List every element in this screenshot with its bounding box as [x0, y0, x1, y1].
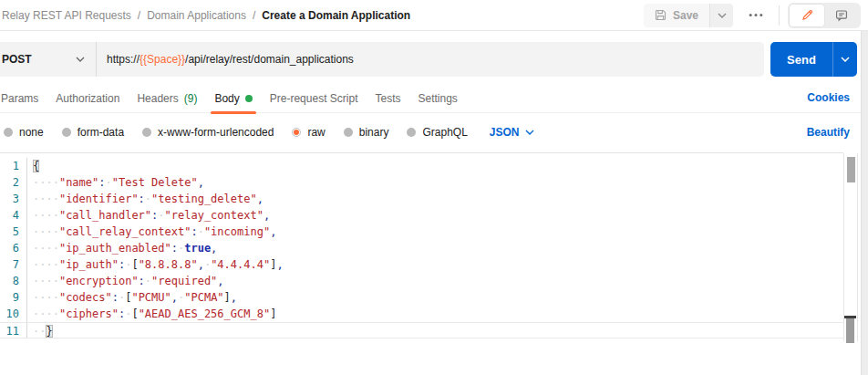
- headers-count-badge: (9): [184, 92, 198, 105]
- breadcrumb: Relay REST API Requests / Domain Applica…: [2, 9, 410, 22]
- editor-scrollbar-bottom-thumb[interactable]: [846, 318, 854, 343]
- tab-label: Params: [1, 92, 38, 105]
- radio-form-data[interactable]: form-data: [62, 126, 124, 139]
- tab-params[interactable]: Params: [1, 84, 38, 112]
- tab-label: Settings: [418, 92, 458, 105]
- page-scrollbar-strip[interactable]: [861, 31, 868, 375]
- tab-pre-request-script[interactable]: Pre-request Script: [270, 84, 358, 112]
- breadcrumb-folder[interactable]: Domain Applications: [147, 9, 246, 22]
- body-code-editor[interactable]: 1{2····"name":·"Test Delete",3····"ident…: [0, 152, 843, 339]
- radio-none[interactable]: none: [4, 126, 44, 139]
- code-line[interactable]: 6····"ip_auth_enabled":·true,: [0, 240, 843, 256]
- body-filled-dot: [245, 95, 253, 102]
- url-bar: POST https://{{Space}}/api/relay/rest/do…: [0, 42, 764, 77]
- format-select-value: JSON: [490, 126, 520, 139]
- raw-format-select[interactable]: JSON: [490, 126, 534, 139]
- tab-label: Authorization: [56, 92, 119, 105]
- url-prefix: https://: [107, 53, 140, 66]
- breadcrumb-collection[interactable]: Relay REST API Requests: [2, 9, 131, 22]
- tab-headers[interactable]: Headers(9): [137, 84, 197, 112]
- code-lines: 1{2····"name":·"Test Delete",3····"ident…: [0, 158, 843, 339]
- line-number: 8: [0, 273, 27, 289]
- code-line[interactable]: 3····"identifier":·"testing_delete",: [0, 191, 843, 207]
- code-line[interactable]: 8····"encryption":·"required",: [0, 273, 843, 289]
- header-divider: [779, 5, 780, 26]
- more-horizontal-icon: [749, 13, 763, 17]
- code-line[interactable]: 1{: [0, 158, 843, 174]
- right-pane-toggle: [788, 3, 861, 28]
- chevron-down-icon: [841, 57, 850, 62]
- request-header: Relay REST API Requests / Domain Applica…: [0, 0, 868, 31]
- code-line[interactable]: 2····"name":·"Test Delete",: [0, 174, 843, 191]
- url-input[interactable]: https://{{Space}}/api/relay/rest/domain_…: [97, 53, 354, 66]
- header-actions: Save: [644, 3, 861, 28]
- breadcrumb-separator: /: [138, 9, 140, 22]
- radio-binary[interactable]: binary: [344, 126, 389, 139]
- request-tabs: Params Authorization Headers(9) Body Pre…: [0, 84, 861, 113]
- code-line[interactable]: 10····"ciphers":·["AEAD_AES_256_GCM_8"]: [0, 306, 843, 322]
- chevron-down-icon: [718, 13, 727, 18]
- radio-selected-icon: [292, 128, 301, 137]
- radio-icon: [142, 128, 151, 137]
- radio-icon: [344, 128, 353, 137]
- edit-pane-button[interactable]: [790, 5, 824, 26]
- send-button[interactable]: Send: [770, 42, 833, 77]
- code-line[interactable]: 9····"codecs":·["PCMU",·"PCMA"],: [0, 289, 843, 306]
- tab-label: Body: [214, 92, 239, 105]
- comment-icon: [835, 9, 848, 22]
- beautify-link[interactable]: Beautify: [807, 126, 850, 139]
- code-line[interactable]: 7····"ip_auth":·["8.8.8.8",·"4.4.4.4"],: [0, 256, 843, 273]
- radio-label: raw: [307, 126, 325, 139]
- save-icon: [655, 9, 666, 21]
- pencil-icon: [801, 9, 813, 21]
- body-type-options: none form-data x-www-form-urlencoded raw…: [4, 120, 534, 145]
- line-number: 2: [0, 174, 27, 191]
- save-button-label: Save: [673, 9, 698, 22]
- tab-label: Headers: [137, 92, 178, 105]
- send-button-group: Send: [770, 42, 857, 77]
- save-button[interactable]: Save: [644, 4, 709, 27]
- save-options-chevron[interactable]: [709, 4, 733, 27]
- method-label: POST: [2, 53, 32, 66]
- radio-x-www-form-urlencoded[interactable]: x-www-form-urlencoded: [142, 126, 274, 139]
- line-number: 3: [0, 191, 27, 207]
- code-line[interactable]: 5····"call_relay_context":·"incoming",: [0, 224, 843, 240]
- tab-tests[interactable]: Tests: [375, 84, 400, 112]
- line-number: 1: [0, 158, 27, 174]
- radio-icon: [62, 128, 71, 137]
- radio-label: none: [19, 126, 44, 139]
- radio-label: GraphQL: [422, 126, 467, 139]
- tab-label: Tests: [375, 92, 400, 105]
- tab-settings[interactable]: Settings: [418, 84, 458, 112]
- breadcrumb-separator: /: [253, 9, 255, 22]
- radio-label: form-data: [78, 126, 124, 139]
- tab-label: Pre-request Script: [270, 92, 358, 105]
- line-number: 10: [0, 306, 27, 322]
- line-number: 6: [0, 240, 27, 256]
- radio-label: binary: [359, 126, 389, 139]
- line-number: 5: [0, 224, 27, 240]
- method-selector[interactable]: POST: [0, 42, 97, 77]
- line-number: 11: [0, 323, 27, 338]
- url-path: /api/relay/rest/domain_applications: [185, 53, 354, 66]
- url-variable: {{Space}}: [140, 53, 185, 66]
- editor-scrollbar-thumb[interactable]: [847, 157, 855, 182]
- line-number: 4: [0, 207, 27, 224]
- more-actions-button[interactable]: [741, 7, 770, 23]
- radio-graphql[interactable]: GraphQL: [407, 126, 467, 139]
- send-button-label: Send: [787, 53, 816, 67]
- save-button-group: Save: [644, 4, 733, 27]
- line-number: 9: [0, 289, 27, 306]
- tab-body[interactable]: Body: [214, 84, 252, 112]
- send-options-chevron[interactable]: [833, 42, 857, 77]
- code-line[interactable]: 11··}: [0, 322, 843, 339]
- chevron-down-icon: [76, 57, 85, 62]
- radio-raw[interactable]: raw: [292, 126, 325, 139]
- tab-authorization[interactable]: Authorization: [56, 84, 119, 112]
- radio-icon: [407, 128, 416, 137]
- cookies-link[interactable]: Cookies: [807, 91, 850, 104]
- radio-label: x-www-form-urlencoded: [158, 126, 274, 139]
- code-line[interactable]: 4····"call_handler":·"relay_context",: [0, 207, 843, 224]
- request-title: Create a Domain Application: [262, 9, 410, 22]
- comments-pane-button[interactable]: [824, 5, 859, 26]
